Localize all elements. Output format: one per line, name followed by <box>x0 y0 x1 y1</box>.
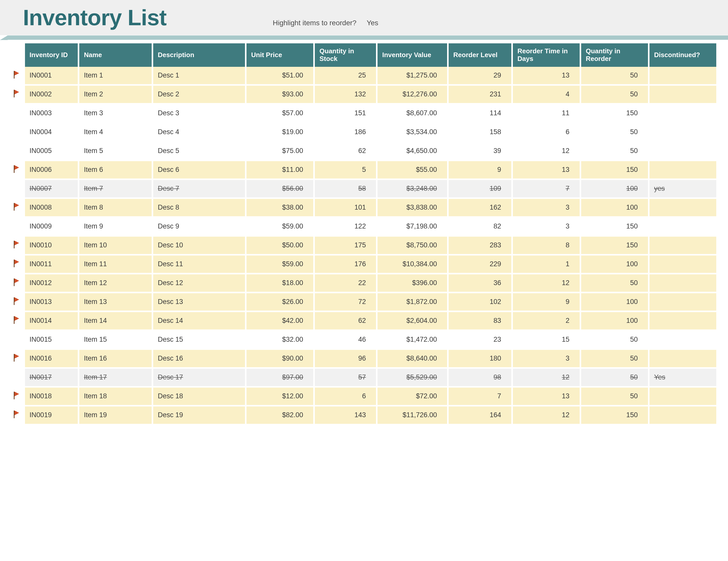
cell-price[interactable]: $97.00 <box>246 369 313 388</box>
cell-reorder[interactable]: 114 <box>449 104 511 123</box>
cell-stock[interactable]: 5 <box>315 161 376 180</box>
cell-flag[interactable] <box>12 86 23 104</box>
cell-qreorder[interactable]: 50 <box>581 274 648 293</box>
cell-desc[interactable]: Desc 10 <box>153 236 245 255</box>
cell-stock[interactable]: 175 <box>315 236 376 255</box>
cell-rtime[interactable]: 6 <box>513 123 580 142</box>
cell-id[interactable]: IN0012 <box>25 274 78 293</box>
cell-price[interactable]: $93.00 <box>246 86 313 104</box>
col-rtime[interactable]: Reorder Time in Days <box>513 43 580 67</box>
table-row[interactable]: IN0013Item 13Desc 13$26.0072$1,872.00102… <box>12 293 716 312</box>
cell-rtime[interactable]: 8 <box>513 236 580 255</box>
cell-value[interactable]: $8,750.00 <box>378 236 447 255</box>
cell-qreorder[interactable]: 100 <box>581 312 648 331</box>
cell-id[interactable]: IN0011 <box>25 255 78 274</box>
cell-desc[interactable]: Desc 6 <box>153 161 245 180</box>
cell-desc[interactable]: Desc 16 <box>153 350 245 369</box>
cell-disc[interactable] <box>649 388 716 407</box>
cell-value[interactable]: $55.00 <box>378 161 447 180</box>
cell-desc[interactable]: Desc 14 <box>153 312 245 331</box>
highlight-value[interactable]: Yes <box>367 19 378 27</box>
cell-name[interactable]: Item 4 <box>79 123 152 142</box>
cell-flag[interactable] <box>12 312 23 331</box>
table-row[interactable]: IN0006Item 6Desc 6$11.005$55.00913150 <box>12 161 716 180</box>
cell-price[interactable]: $51.00 <box>246 67 313 86</box>
cell-flag[interactable] <box>12 218 23 236</box>
cell-reorder[interactable]: 29 <box>449 67 511 86</box>
cell-desc[interactable]: Desc 12 <box>153 274 245 293</box>
cell-id[interactable]: IN0005 <box>25 142 78 161</box>
table-row[interactable]: IN0011Item 11Desc 11$59.00176$10,384.002… <box>12 255 716 274</box>
cell-rtime[interactable]: 12 <box>513 407 580 425</box>
cell-value[interactable]: $3,838.00 <box>378 199 447 218</box>
cell-id[interactable]: IN0007 <box>25 180 78 199</box>
cell-desc[interactable]: Desc 1 <box>153 67 245 86</box>
cell-rtime[interactable]: 9 <box>513 293 580 312</box>
cell-qreorder[interactable]: 100 <box>581 180 648 199</box>
cell-id[interactable]: IN0002 <box>25 86 78 104</box>
cell-price[interactable]: $59.00 <box>246 218 313 236</box>
cell-disc[interactable] <box>649 161 716 180</box>
cell-rtime[interactable]: 3 <box>513 218 580 236</box>
cell-qreorder[interactable]: 50 <box>581 388 648 407</box>
table-row[interactable]: IN0012Item 12Desc 12$18.0022$396.0036125… <box>12 274 716 293</box>
cell-stock[interactable]: 22 <box>315 274 376 293</box>
cell-desc[interactable]: Desc 15 <box>153 331 245 350</box>
cell-flag[interactable] <box>12 369 23 388</box>
cell-qreorder[interactable]: 100 <box>581 293 648 312</box>
cell-reorder[interactable]: 23 <box>449 331 511 350</box>
cell-rtime[interactable]: 13 <box>513 388 580 407</box>
cell-disc[interactable] <box>649 312 716 331</box>
table-row[interactable]: IN0015Item 15Desc 15$32.0046$1,472.00231… <box>12 331 716 350</box>
cell-reorder[interactable]: 102 <box>449 293 511 312</box>
cell-qreorder[interactable]: 150 <box>581 161 648 180</box>
cell-reorder[interactable]: 7 <box>449 388 511 407</box>
cell-desc[interactable]: Desc 8 <box>153 199 245 218</box>
cell-name[interactable]: Item 6 <box>79 161 152 180</box>
cell-flag[interactable] <box>12 274 23 293</box>
cell-reorder[interactable]: 158 <box>449 123 511 142</box>
cell-id[interactable]: IN0006 <box>25 161 78 180</box>
col-reorder[interactable]: Reorder Level <box>449 43 511 67</box>
table-row[interactable]: IN0001Item 1Desc 1$51.0025$1,275.0029135… <box>12 67 716 86</box>
cell-id[interactable]: IN0019 <box>25 407 78 425</box>
cell-stock[interactable]: 122 <box>315 218 376 236</box>
cell-reorder[interactable]: 283 <box>449 236 511 255</box>
cell-desc[interactable]: Desc 9 <box>153 218 245 236</box>
table-row[interactable]: IN0008Item 8Desc 8$38.00101$3,838.001623… <box>12 199 716 218</box>
cell-value[interactable]: $2,604.00 <box>378 312 447 331</box>
cell-value[interactable]: $1,872.00 <box>378 293 447 312</box>
cell-price[interactable]: $26.00 <box>246 293 313 312</box>
table-row[interactable]: IN0014Item 14Desc 14$42.0062$2,604.00832… <box>12 312 716 331</box>
cell-flag[interactable] <box>12 407 23 425</box>
cell-qreorder[interactable]: 50 <box>581 86 648 104</box>
cell-reorder[interactable]: 164 <box>449 407 511 425</box>
cell-reorder[interactable]: 39 <box>449 142 511 161</box>
cell-value[interactable]: $10,384.00 <box>378 255 447 274</box>
cell-desc[interactable]: Desc 19 <box>153 407 245 425</box>
cell-stock[interactable]: 46 <box>315 331 376 350</box>
cell-desc[interactable]: Desc 2 <box>153 86 245 104</box>
cell-id[interactable]: IN0010 <box>25 236 78 255</box>
cell-flag[interactable] <box>12 180 23 199</box>
cell-disc[interactable] <box>649 104 716 123</box>
cell-flag[interactable] <box>12 67 23 86</box>
cell-desc[interactable]: Desc 13 <box>153 293 245 312</box>
cell-rtime[interactable]: 12 <box>513 369 580 388</box>
cell-disc[interactable] <box>649 199 716 218</box>
cell-flag[interactable] <box>12 293 23 312</box>
cell-name[interactable]: Item 19 <box>79 407 152 425</box>
cell-id[interactable]: IN0008 <box>25 199 78 218</box>
cell-value[interactable]: $3,534.00 <box>378 123 447 142</box>
cell-price[interactable]: $56.00 <box>246 180 313 199</box>
cell-price[interactable]: $19.00 <box>246 123 313 142</box>
cell-price[interactable]: $57.00 <box>246 104 313 123</box>
cell-flag[interactable] <box>12 161 23 180</box>
cell-value[interactable]: $11,726.00 <box>378 407 447 425</box>
cell-name[interactable]: Item 3 <box>79 104 152 123</box>
cell-disc[interactable] <box>649 407 716 425</box>
cell-flag[interactable] <box>12 123 23 142</box>
table-row[interactable]: IN0002Item 2Desc 2$93.00132$12,276.00231… <box>12 86 716 104</box>
cell-stock[interactable]: 101 <box>315 199 376 218</box>
table-row[interactable]: IN0004Item 4Desc 4$19.00186$3,534.001586… <box>12 123 716 142</box>
